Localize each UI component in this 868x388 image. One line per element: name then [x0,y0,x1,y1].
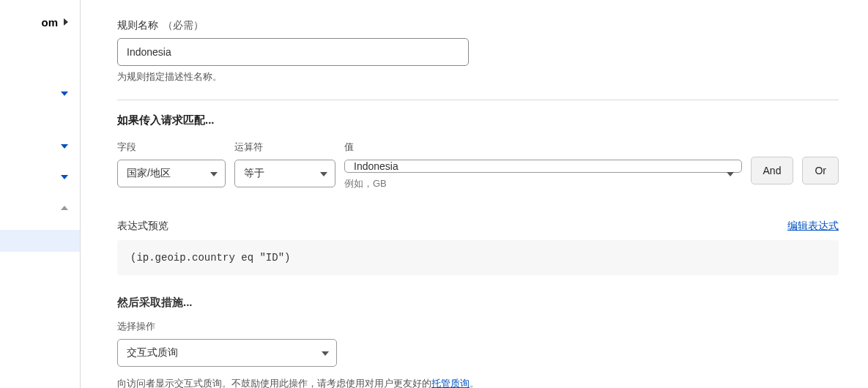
operator-select[interactable]: 等于 [234,160,335,187]
sidebar-domain-label: om [42,16,59,29]
preview-header: 表达式预览 编辑表达式 [117,220,839,233]
chevron-down-icon [320,172,327,176]
field-select[interactable]: 国家/地区 [117,160,226,187]
and-button[interactable]: And [751,157,794,184]
action-title: 然后采取措施... [117,296,839,310]
chevron-down-icon [61,144,68,149]
match-row: 字段 国家/地区 运算符 等于 值 Indonesia 例如，GB And Or [117,141,839,190]
sidebar: om [0,0,81,388]
sidebar-domain-item[interactable]: om [0,9,80,35]
chevron-down-icon [322,351,329,356]
action-section: 然后采取措施... 选择操作 交互式质询 向访问者显示交互式质询。不鼓励使用此操… [117,296,839,388]
field-select-value: 国家/地区 [127,167,171,180]
chevron-up-icon [61,206,68,210]
expression-preview: (ip.geoip.country eq "ID") [117,240,839,275]
chevron-down-icon [727,172,734,176]
action-help: 向访问者显示交互式质询。不鼓励使用此操作，请考虑使用对用户更友好的托管质询。 [117,377,839,388]
match-section-title: 如果传入请求匹配... [117,113,839,127]
value-select[interactable]: Indonesia [344,160,742,173]
value-example: 例如，GB [344,177,742,190]
chevron-right-icon [64,18,68,26]
chevron-down-icon [61,92,68,96]
rule-name-help: 为规则指定描述性名称。 [117,70,839,83]
operator-col-label: 运算符 [234,141,335,154]
preview-label: 表达式预览 [117,220,168,233]
action-select-label: 选择操作 [117,320,839,333]
sidebar-toggle-4[interactable] [0,195,80,221]
edit-expression-link[interactable]: 编辑表达式 [787,220,839,233]
action-select-value: 交互式质询 [127,346,178,359]
field-col-label: 字段 [117,141,226,154]
sidebar-active-item[interactable] [0,230,80,252]
hosted-challenge-link[interactable]: 托管质询 [431,378,470,388]
chevron-down-icon [61,175,68,179]
sidebar-toggle-1[interactable] [0,81,80,107]
or-button[interactable]: Or [802,157,839,184]
chevron-down-icon [210,172,218,176]
main-content: 规则名称（必需） 为规则指定描述性名称。 如果传入请求匹配... 字段 国家/地… [117,0,839,388]
rule-name-label: 规则名称（必需） [117,19,839,32]
action-select[interactable]: 交互式质询 [117,339,337,367]
divider [117,100,839,100]
rule-name-input[interactable] [117,38,469,66]
value-col-label: 值 [344,141,742,154]
sidebar-toggle-2[interactable] [0,133,80,160]
operator-select-value: 等于 [244,167,264,180]
sidebar-toggle-3[interactable] [0,164,80,190]
value-select-value: Indonesia [354,160,398,172]
